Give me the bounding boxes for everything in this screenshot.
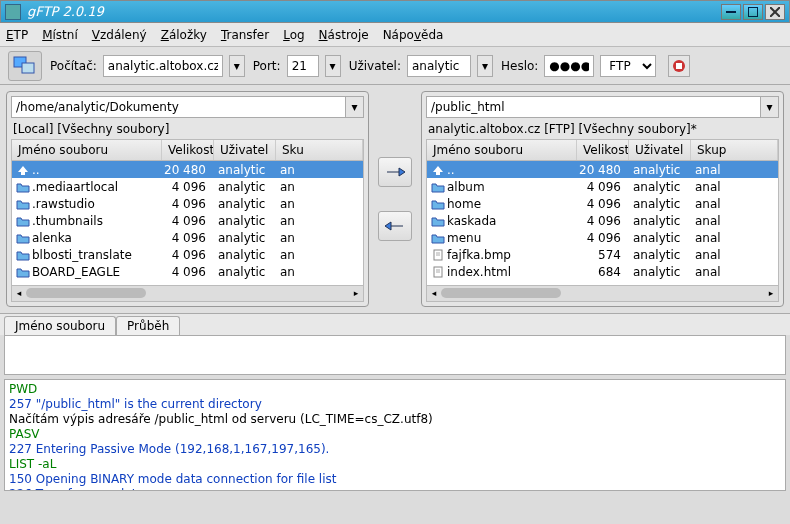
local-panel: ▾ [Local] [Všechny soubory] Jméno soubor…: [6, 91, 369, 307]
file-name: .thumbnails: [30, 214, 162, 228]
stop-button[interactable]: [668, 55, 690, 77]
host-dropdown[interactable]: ▾: [229, 55, 245, 77]
remote-hscroll[interactable]: ◂▸: [426, 286, 779, 302]
port-dropdown[interactable]: ▾: [325, 55, 341, 77]
file-row[interactable]: .mediaartlocal4 096analytican: [12, 178, 363, 195]
menu-remote[interactable]: Vzdálený: [92, 28, 147, 42]
close-button[interactable]: [765, 4, 785, 20]
folder-icon: [12, 181, 30, 193]
remote-file-list[interactable]: ..20 480analyticanalalbum4 096analytican…: [426, 161, 779, 286]
toolbar: Počítač: ▾ Port: ▾ Uživatel: ▾ Heslo: FT…: [0, 47, 790, 85]
file-row[interactable]: kaskada4 096analyticanal: [427, 212, 778, 229]
local-headers[interactable]: Jméno souboru Velikost Uživatel Sku: [11, 139, 364, 161]
local-path-input[interactable]: [11, 96, 346, 118]
user-dropdown[interactable]: ▾: [477, 55, 493, 77]
file-row[interactable]: ..20 480analyticanal: [427, 161, 778, 178]
svg-rect-1: [748, 7, 758, 17]
tab-filename[interactable]: Jméno souboru: [4, 316, 116, 335]
pass-input[interactable]: [544, 55, 594, 77]
menu-file[interactable]: ETP: [6, 28, 28, 42]
col-size[interactable]: Velikost: [577, 140, 629, 160]
file-name: fajfka.bmp: [445, 248, 577, 262]
file-name: .mediaartlocal: [30, 180, 162, 194]
local-path-dropdown[interactable]: ▾: [346, 96, 364, 118]
user-label: Uživatel:: [349, 59, 401, 73]
local-file-list[interactable]: ..20 480analytican.mediaartlocal4 096ana…: [11, 161, 364, 286]
remote-path-input[interactable]: [426, 96, 761, 118]
folder-icon: [12, 266, 30, 278]
log-line: LIST -aL: [9, 457, 781, 472]
file-name: ..: [445, 163, 577, 177]
port-input[interactable]: [287, 55, 319, 77]
svg-rect-7: [676, 63, 682, 69]
svg-rect-0: [726, 11, 736, 13]
file-row[interactable]: album4 096analyticanal: [427, 178, 778, 195]
file-name: home: [445, 197, 577, 211]
folder-icon: [12, 232, 30, 244]
file-size: 20 480: [577, 163, 629, 177]
file-icon: [427, 249, 445, 261]
file-size: 4 096: [162, 180, 214, 194]
user-input[interactable]: [407, 55, 471, 77]
file-row[interactable]: menu4 096analyticanal: [427, 229, 778, 246]
titlebar[interactable]: gFTP 2.0.19: [0, 0, 790, 23]
col-grp[interactable]: Skup: [691, 140, 778, 160]
file-user: analytic: [629, 248, 691, 262]
log-area[interactable]: PWD257 "/public_html" is the current dir…: [4, 379, 786, 491]
file-row[interactable]: blbosti_translate4 096analytican: [12, 246, 363, 263]
menu-help[interactable]: Nápověda: [383, 28, 444, 42]
local-hscroll[interactable]: ◂▸: [11, 286, 364, 302]
remote-headers[interactable]: Jméno souboru Velikost Uživatel Skup: [426, 139, 779, 161]
host-input[interactable]: [103, 55, 223, 77]
col-grp[interactable]: Sku: [276, 140, 363, 160]
file-row[interactable]: .rawstudio4 096analytican: [12, 195, 363, 212]
file-group: an: [276, 180, 363, 194]
menu-tools[interactable]: Nástroje: [319, 28, 369, 42]
local-status: [Local] [Všechny soubory]: [11, 120, 364, 139]
file-size: 20 480: [162, 163, 214, 177]
file-user: analytic: [629, 180, 691, 194]
file-group: anal: [691, 214, 778, 228]
file-row[interactable]: home4 096analyticanal: [427, 195, 778, 212]
col-name[interactable]: Jméno souboru: [12, 140, 162, 160]
file-row[interactable]: fajfka.bmp574analyticanal: [427, 246, 778, 263]
file-row[interactable]: .thumbnails4 096analytican: [12, 212, 363, 229]
upload-button[interactable]: [378, 157, 412, 187]
menu-transfer[interactable]: Transfer: [221, 28, 269, 42]
file-row[interactable]: ..20 480analytican: [12, 161, 363, 178]
file-row[interactable]: alenka4 096analytican: [12, 229, 363, 246]
menu-log[interactable]: Log: [283, 28, 304, 42]
file-group: anal: [691, 163, 778, 177]
col-size[interactable]: Velikost: [162, 140, 214, 160]
file-row[interactable]: BOARD_EAGLE4 096analytican: [12, 263, 363, 280]
connect-button[interactable]: [8, 51, 42, 81]
file-size: 4 096: [162, 214, 214, 228]
file-group: an: [276, 197, 363, 211]
transfer-buttons: [373, 91, 417, 307]
file-name: alenka: [30, 231, 162, 245]
col-user[interactable]: Uživatel: [214, 140, 276, 160]
download-button[interactable]: [378, 211, 412, 241]
menubar: ETP Místní Vzdálený Záložky Transfer Log…: [0, 23, 790, 47]
col-name[interactable]: Jméno souboru: [427, 140, 577, 160]
file-size: 4 096: [162, 231, 214, 245]
file-user: analytic: [214, 197, 276, 211]
log-line: 257 "/public_html" is the current direct…: [9, 397, 781, 412]
remote-path-dropdown[interactable]: ▾: [761, 96, 779, 118]
menu-bookmarks[interactable]: Záložky: [161, 28, 207, 42]
file-name: album: [445, 180, 577, 194]
minimize-button[interactable]: [721, 4, 741, 20]
file-size: 4 096: [162, 248, 214, 262]
file-size: 4 096: [162, 197, 214, 211]
maximize-button[interactable]: [743, 4, 763, 20]
file-row[interactable]: index.html684analyticanal: [427, 263, 778, 280]
protocol-select[interactable]: FTP: [600, 55, 656, 77]
queue-area[interactable]: [4, 335, 786, 375]
file-group: anal: [691, 265, 778, 279]
up-icon: [12, 164, 30, 176]
tab-progress[interactable]: Průběh: [116, 316, 180, 335]
file-group: an: [276, 248, 363, 262]
col-user[interactable]: Uživatel: [629, 140, 691, 160]
menu-local[interactable]: Místní: [42, 28, 78, 42]
file-user: analytic: [629, 214, 691, 228]
